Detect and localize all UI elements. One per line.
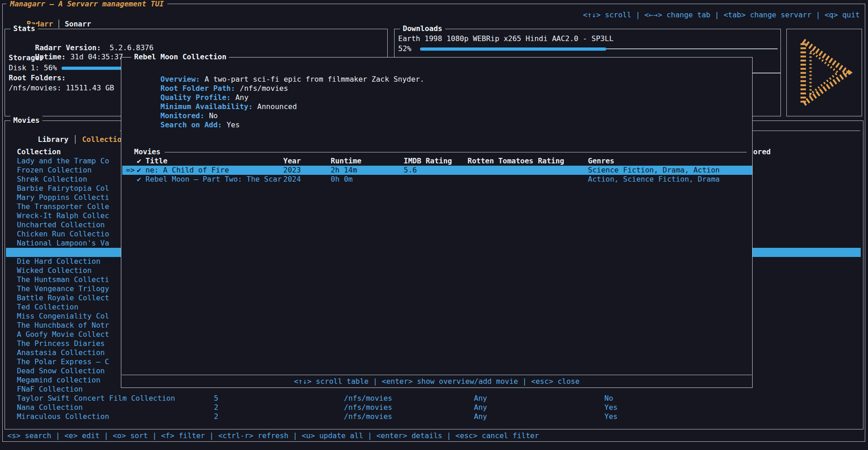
movie-runtime: 2h 14m	[331, 166, 357, 175]
movies-table-header: ✔ Title Year Runtime IMDB Rating Rotten …	[121, 157, 752, 166]
tab-sonarr[interactable]: Sonarr	[65, 20, 91, 28]
movie-genres: Action, Science Fiction, Drama	[588, 175, 720, 184]
row-quality: Any	[474, 394, 487, 403]
root-folders-label: Root Folders:	[9, 73, 66, 83]
movie-title: Rebel Moon – Part Two: The Scar	[146, 175, 282, 184]
header-runtime: Runtime	[331, 157, 361, 166]
row-search-on-add: Yes	[604, 412, 618, 421]
row-name: Taylor Swift Concert Film Collection	[17, 394, 175, 403]
storage-label: Storage:	[9, 53, 44, 63]
movies-panel-title: Movies	[10, 116, 42, 125]
tab-library[interactable]: Library	[38, 135, 68, 144]
header-title: Title	[146, 157, 167, 166]
servarr-tabs: Radarr│Sonarr	[9, 10, 91, 20]
downloads-panel-title: Downloads	[400, 24, 445, 33]
header-year: Year	[283, 157, 301, 166]
movie-imdb-rating: 5.6	[404, 166, 417, 175]
dialog-title: Rebel Moon Collection	[131, 52, 229, 62]
help-bar: <s> search | <e> edit | <o> sort | <f> f…	[7, 431, 539, 440]
row-name: Nana Collection	[17, 403, 83, 412]
root-folder-value: /nfs/movies: 11511.43 GB	[9, 84, 114, 93]
row-name: Miraculous Collection	[17, 412, 109, 421]
movie-year: 2024	[283, 175, 301, 184]
app-window: Managarr – A Servarr management TUI Rada…	[0, 0, 868, 450]
search-on-add-value: Yes	[227, 120, 240, 129]
tab-divider: │	[53, 20, 65, 28]
row-movies: 2	[214, 412, 218, 421]
collection-row[interactable]: Nana Collection 2 /nfs/movies Any Yes	[5, 403, 861, 412]
collection-row[interactable]: Taylor Swift Concert Film Collection 5 /…	[5, 394, 861, 403]
collection-details-dialog: Rebel Moon Collection Overview:A two-par…	[121, 57, 753, 388]
logo-panel	[786, 29, 862, 116]
play-logo-icon	[787, 29, 862, 116]
header-genres: Genres	[588, 157, 614, 166]
row-root: /nfs/movies	[344, 412, 392, 421]
monitored-mark: ✔	[137, 175, 141, 184]
row-root: /nfs/movies	[344, 394, 392, 403]
row-movies: 5	[214, 394, 218, 403]
selection-arrow: =>	[126, 166, 135, 175]
header-monitored-mark: ✔	[137, 157, 141, 166]
dialog-keybinds: <↑↓> scroll table | <enter> show overvie…	[121, 377, 752, 386]
monitored-mark: ✔	[137, 166, 141, 175]
movie-year: 2023	[283, 166, 301, 175]
movie-title: ne: A Child of Fire	[146, 166, 229, 175]
app-title: Managarr – A Servarr management TUI	[6, 0, 167, 9]
top-keybinds: <↑↓> scroll | <←→> change tab | <tab> ch…	[583, 10, 860, 20]
download-gauge-fill	[420, 47, 606, 51]
collection-column-header: Collection	[17, 147, 61, 157]
collection-row[interactable]: Miraculous Collection 2 /nfs/movies Any …	[5, 412, 861, 421]
row-movies: 2	[214, 403, 218, 412]
stats-panel-title: Stats	[10, 24, 38, 33]
row-quality: Any	[474, 412, 487, 421]
row-quality: Any	[474, 403, 487, 412]
header-rotten-tomatoes-rating: Rotten Tomatoes Rating	[468, 157, 564, 166]
movies-section-rule	[165, 152, 747, 152]
download-percent: 52%	[398, 44, 411, 53]
download-item-title[interactable]: Earth 1998 1080p WEBRip x265 Hindi AAC2.…	[398, 34, 613, 43]
movies-section-title: Movies	[134, 147, 161, 157]
tab-divider: │	[68, 135, 82, 144]
row-search-on-add: Yes	[604, 403, 618, 412]
download-gauge-rest	[606, 48, 778, 49]
movie-runtime: 0h 0m	[331, 175, 353, 184]
row-search-on-add: No	[604, 394, 613, 403]
dialog-footer-rule	[122, 375, 752, 375]
movie-row[interactable]: ✔ Rebel Moon – Part Two: The Scar 2024 0…	[122, 175, 752, 184]
uptime-value: 31d 04:35:37	[70, 52, 123, 61]
movie-genres: Science Fiction, Drama, Action	[588, 166, 720, 175]
movie-row-selected[interactable]: => ✔ ne: A Child of Fire 2023 2h 14m 5.6…	[122, 166, 752, 175]
disk-usage-label: Disk 1: 56%	[9, 63, 57, 73]
search-on-add-label: Search on Add:	[161, 120, 222, 129]
minimum-availability-value: Announced	[257, 102, 297, 111]
header-imdb-rating: IMDB Rating	[404, 157, 452, 166]
row-root: /nfs/movies	[344, 403, 392, 412]
